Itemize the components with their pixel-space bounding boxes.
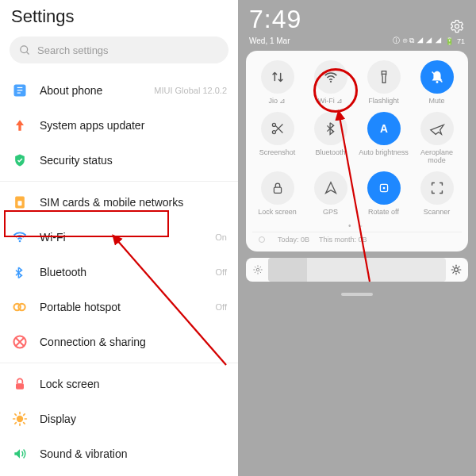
data-usage-row[interactable]: Today: 0B This month: 0B: [252, 232, 462, 245]
svg-text:A: A: [380, 122, 388, 134]
scissors-icon: [261, 112, 294, 145]
data-month: This month: 0B: [319, 236, 367, 244]
svg-rect-3: [17, 87, 23, 88]
svg-line-43: [255, 267, 255, 267]
svg-rect-12: [16, 383, 24, 390]
row-label: Lock screen: [40, 378, 227, 390]
qs-label: GPS: [323, 209, 338, 217]
svg-line-53: [459, 271, 459, 272]
svg-line-20: [15, 423, 17, 424]
settings-row-connshr[interactable]: Connection & sharing: [0, 324, 238, 359]
qs-label: Auto brightness: [359, 149, 409, 157]
settings-row-wifi[interactable]: Wi-FiOn: [0, 220, 238, 255]
row-label: Portable hotspot: [40, 301, 216, 313]
search-input[interactable]: Search settings: [10, 36, 228, 63]
drag-handle[interactable]: [341, 293, 373, 296]
settings-row-notif[interactable]: Notifications: [0, 471, 238, 476]
qs-tile-wifi[interactable]: Wi-Fi ⊿: [305, 60, 355, 106]
qs-tile-scan[interactable]: Scanner: [412, 171, 462, 217]
settings-row-updater[interactable]: System apps updater: [0, 108, 238, 143]
qs-tile-gps[interactable]: GPS: [305, 171, 355, 217]
status-date: Wed, 1 Mar: [249, 36, 393, 45]
sound-icon: [11, 445, 29, 463]
settings-row-hotspot[interactable]: Portable hotspotOff: [0, 290, 238, 324]
qs-tile-lock[interactable]: Lock screen: [252, 171, 302, 217]
settings-row-sound[interactable]: Sound & vibration: [0, 436, 238, 471]
svg-line-46: [260, 267, 261, 267]
brightness-high-icon: [451, 264, 462, 275]
search-icon: [19, 44, 31, 56]
connshr-icon: [11, 333, 29, 351]
wifi-icon: [314, 60, 347, 94]
svg-point-8: [19, 240, 21, 243]
sim-icon: [11, 194, 29, 211]
row-value: Off: [216, 302, 227, 312]
quick-settings-panel: Jio ⊿Wi-Fi ⊿FlashlightMuteScreenshotBlue…: [246, 51, 468, 251]
row-label: Wi-Fi: [40, 231, 215, 244]
settings-row-security[interactable]: Security status: [0, 143, 238, 178]
gear-icon[interactable]: [449, 18, 465, 34]
qs-label: Rotate off: [368, 209, 399, 217]
qs-label: Jio ⊿: [268, 98, 286, 106]
settings-row-about[interactable]: About phoneMIUI Global 12.0.2: [0, 73, 238, 108]
status-icons: ⓘ ⊙ ⧉ ◢ ◢ ◢ 🔋 71: [393, 36, 465, 46]
qs-label: Lock screen: [258, 209, 297, 217]
qs-tile-jio[interactable]: Jio ⊿: [252, 60, 302, 106]
qs-tile-flash[interactable]: Flashlight: [359, 60, 409, 106]
settings-title: Settings: [0, 0, 238, 32]
data-indicator-icon: [259, 236, 265, 243]
svg-line-44: [260, 271, 261, 272]
svg-rect-27: [382, 71, 386, 75]
svg-line-52: [453, 266, 454, 267]
settings-row-display[interactable]: Display: [0, 401, 238, 436]
svg-point-47: [455, 267, 459, 271]
phone-pane: 7:49 Wed, 1 Mar ⓘ ⊙ ⧉ ◢ ◢ ◢ 🔋 71 Jio ⊿Wi…: [238, 0, 476, 476]
status-clock: 7:49: [249, 5, 449, 34]
bell-off-icon: [420, 60, 454, 94]
svg-rect-5: [17, 93, 21, 94]
lock-icon: [11, 375, 29, 393]
svg-point-31: [272, 130, 275, 133]
svg-line-19: [24, 423, 25, 424]
qs-tile-plane[interactable]: Aeroplane mode: [412, 112, 462, 165]
row-label: About phone: [40, 84, 154, 97]
bluetooth-icon: [314, 112, 347, 145]
settings-row-lock[interactable]: Lock screen: [0, 367, 238, 401]
qs-tile-mute[interactable]: Mute: [412, 60, 462, 106]
row-label: Sound & vibration: [40, 447, 227, 460]
qs-tile-rotate[interactable]: Rotate off: [359, 171, 409, 217]
svg-line-21: [24, 414, 25, 416]
settings-row-sim[interactable]: SIM cards & mobile networks: [0, 185, 238, 220]
row-label: SIM cards & mobile networks: [40, 196, 227, 209]
svg-point-26: [329, 81, 331, 83]
qs-label: Wi-Fi ⊿: [318, 98, 344, 106]
svg-point-13: [17, 416, 23, 422]
scanner-icon: [420, 171, 454, 205]
row-label: Security status: [40, 154, 227, 167]
qs-tile-bt[interactable]: Bluetooth: [305, 112, 355, 165]
svg-line-18: [15, 414, 17, 416]
svg-line-1: [26, 52, 29, 54]
qs-tile-autob[interactable]: AAuto brightness: [359, 112, 409, 165]
rotate-icon: [367, 171, 401, 205]
lock-icon: [261, 171, 294, 205]
qs-label: Aeroplane mode: [412, 149, 462, 165]
brightness-slider[interactable]: [246, 258, 468, 282]
svg-point-37: [382, 186, 385, 189]
qs-label: Mute: [428, 98, 444, 106]
row-label: Display: [40, 413, 227, 425]
display-icon: [11, 410, 29, 428]
search-placeholder: Search settings: [37, 44, 109, 56]
plane-icon: [420, 112, 454, 145]
updater-icon: [11, 117, 29, 134]
settings-row-bt[interactable]: BluetoothOff: [0, 255, 238, 290]
updown-icon: [261, 60, 294, 94]
svg-point-25: [455, 25, 459, 29]
row-value: On: [215, 232, 227, 242]
row-value: Off: [216, 267, 227, 277]
row-label: System apps updater: [40, 119, 227, 132]
row-value: MIUI Global 12.0.2: [154, 86, 227, 95]
brightness-low-icon: [252, 264, 263, 275]
qs-tile-shot[interactable]: Screenshot: [252, 112, 302, 165]
bt-icon: [11, 263, 29, 281]
